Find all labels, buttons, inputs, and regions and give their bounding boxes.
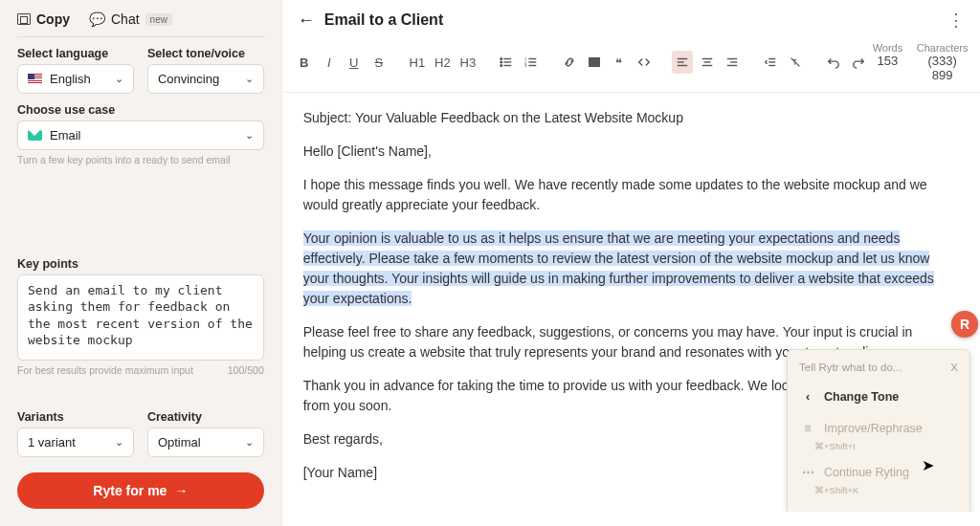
doc-paragraph-highlighted: Your opinion is valuable to us as it hel… xyxy=(303,229,936,309)
language-select[interactable]: English ⌄ xyxy=(17,64,134,94)
popup-item-label: Continue Ryting xyxy=(824,464,909,482)
popup-shortcut: ⌘+Shift+K xyxy=(814,484,966,497)
popup-item-icon: ‹ xyxy=(801,508,814,512)
svg-text:T: T xyxy=(791,57,797,67)
outdent-button[interactable] xyxy=(760,51,781,74)
underline-button[interactable]: U xyxy=(344,51,365,74)
tone-select[interactable]: Convincing ⌄ xyxy=(147,64,264,94)
tab-copy-label: Copy xyxy=(36,11,70,27)
popup-close-icon[interactable]: X xyxy=(950,360,958,376)
h1-button[interactable]: H1 xyxy=(407,51,428,74)
language-value: English xyxy=(50,72,91,86)
flag-icon xyxy=(28,74,42,84)
bold-button[interactable]: B xyxy=(294,51,315,74)
keypoints-hint: For best results provide maximum input xyxy=(17,364,193,376)
image-button[interactable] xyxy=(584,51,605,74)
doc-paragraph: I hope this message finds you well. We h… xyxy=(303,175,936,215)
tab-chat[interactable]: 💬Chat new xyxy=(89,11,172,27)
h2-button[interactable]: H2 xyxy=(432,51,453,74)
popup-item-label: Improve/Rephrase xyxy=(824,420,923,438)
variants-value: 1 variant xyxy=(28,435,76,449)
new-badge: new xyxy=(145,13,172,26)
popup-item-label: Change Tone xyxy=(824,388,899,406)
tab-copy[interactable]: Copy xyxy=(17,11,70,27)
keypoints-input[interactable] xyxy=(17,274,264,361)
link-button[interactable] xyxy=(559,51,580,74)
usecase-label: Choose use case xyxy=(17,103,264,117)
quote-button[interactable]: ❝ xyxy=(609,51,630,74)
mode-tabs: Copy 💬Chat new xyxy=(17,8,264,37)
popup-item-change-tone[interactable]: ‹Change Tone xyxy=(791,382,966,413)
svg-point-3 xyxy=(501,58,502,60)
doc-greeting: Hello [Client's Name], xyxy=(303,142,936,162)
h3-button[interactable]: H3 xyxy=(457,51,479,74)
popup-item-icon: ⋯ xyxy=(801,464,814,482)
keypoints-label: Key points xyxy=(17,257,264,271)
align-right-button[interactable] xyxy=(722,51,743,74)
editor-body[interactable]: Subject: Your Valuable Feedback on the L… xyxy=(282,93,980,512)
doc-subject: Subject: Your Valuable Feedback on the L… xyxy=(303,108,936,128)
variants-select[interactable]: 1 variant ⌄ xyxy=(17,427,134,457)
ryte-button-label: Ryte for me xyxy=(93,483,167,498)
ryte-button[interactable]: Ryte for me→ xyxy=(17,472,264,509)
align-left-button[interactable] xyxy=(672,51,693,74)
popup-item-icon: ≡ xyxy=(801,420,814,438)
ai-action-menu: Tell Rytr what to do...X ‹Change Tone≡Im… xyxy=(787,349,970,512)
language-label: Select language xyxy=(17,47,134,60)
redo-button[interactable] xyxy=(848,51,869,74)
chevron-down-icon: ⌄ xyxy=(115,73,123,85)
back-icon[interactable]: ← xyxy=(298,11,315,31)
align-center-button[interactable] xyxy=(697,51,718,74)
popup-item-icon: ‹ xyxy=(801,388,814,406)
chevron-down-icon: ⌄ xyxy=(245,436,254,449)
creativity-select[interactable]: Optimal ⌄ xyxy=(147,427,264,457)
keypoints-counter: 100/500 xyxy=(228,364,264,376)
page-title: Email to a Client xyxy=(324,11,443,29)
word-count: Words153 xyxy=(873,42,903,82)
chevron-down-icon: ⌄ xyxy=(245,73,254,85)
kebab-menu-icon[interactable]: ⋮ xyxy=(947,10,965,31)
numbered-list-button[interactable]: 123 xyxy=(521,51,542,74)
usecase-select[interactable]: Email ⌄ xyxy=(17,121,264,150)
usecase-hint: Turn a few key points into a ready to se… xyxy=(17,154,264,165)
chevron-down-icon: ⌄ xyxy=(245,129,254,142)
arrow-right-icon: → xyxy=(174,483,188,498)
svg-text:3: 3 xyxy=(524,63,527,68)
tab-chat-label: Chat xyxy=(111,11,140,27)
tone-value: Convincing xyxy=(158,72,219,86)
svg-point-4 xyxy=(501,61,502,63)
bullet-list-button[interactable] xyxy=(496,51,517,74)
variants-label: Variants xyxy=(17,410,134,424)
code-button[interactable] xyxy=(634,51,655,74)
italic-button[interactable]: I xyxy=(319,51,340,74)
chevron-down-icon: ⌄ xyxy=(115,436,123,449)
popup-shortcut: ⌘+Shift+I xyxy=(814,440,966,453)
creativity-label: Creativity xyxy=(147,410,264,424)
clear-format-button[interactable]: T xyxy=(785,51,806,74)
svg-point-5 xyxy=(501,65,502,67)
editor-toolbar: B I U S H1 H2 H3 123 ❝ T xyxy=(282,38,980,93)
popup-item-change-length[interactable]: ‹Change Length xyxy=(791,501,966,512)
svg-rect-12 xyxy=(590,58,600,67)
usecase-value: Email xyxy=(50,128,81,142)
chat-icon: 💬 xyxy=(89,11,105,27)
strike-button[interactable]: S xyxy=(368,51,390,74)
creativity-value: Optimal xyxy=(158,435,201,449)
popup-placeholder[interactable]: Tell Rytr what to do... xyxy=(799,360,902,376)
char-count: Characters(333) 899 xyxy=(916,42,969,82)
undo-button[interactable] xyxy=(823,51,844,74)
mail-icon xyxy=(28,130,42,141)
popup-item-label: Change Length xyxy=(824,508,911,512)
tone-label: Select tone/voice xyxy=(147,47,264,60)
rytr-fab[interactable]: R xyxy=(951,311,978,338)
